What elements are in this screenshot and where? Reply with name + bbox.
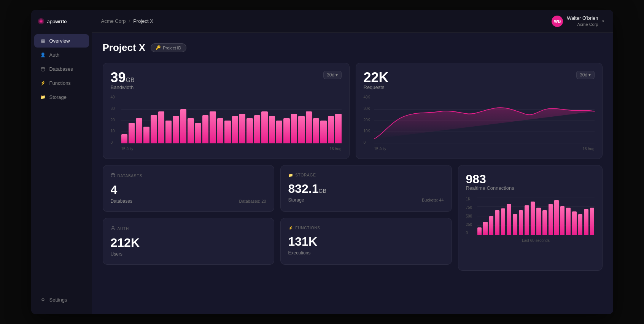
- user-info[interactable]: WB Walter O'brien Acme Corp ▾: [552, 15, 604, 27]
- realtime-y-250: 250: [466, 222, 472, 227]
- bandwidth-bars: [121, 98, 342, 143]
- storage-footer: Storage Buckets: 44: [288, 197, 444, 203]
- databases-count: 4: [111, 183, 266, 197]
- functions-section-icon: ⚡: [288, 226, 293, 230]
- auth-card-header: AUTH: [111, 226, 266, 231]
- sidebar-item-storage[interactable]: 📁 Storage: [34, 91, 89, 104]
- realtime-y-0: 0: [466, 231, 472, 235]
- auth-label: Users: [111, 251, 122, 257]
- breadcrumb-separator: /: [129, 18, 130, 24]
- auth-section-label: AUTH: [118, 227, 129, 231]
- requests-time-selector[interactable]: 30d ▾: [576, 71, 594, 79]
- sidebar-item-functions-label: Functions: [49, 80, 71, 86]
- nav-items: ▦ Overview 👤 Auth Databases ⚡ Functions: [31, 34, 92, 293]
- realtime-count: 983: [466, 173, 595, 185]
- folder-icon: 📁: [40, 95, 46, 100]
- requests-card: 22K Requests 30d ▾ 40K 30K 20K 10K 0: [356, 63, 603, 159]
- svg-point-2: [40, 21, 42, 22]
- logo-text: appwrite: [47, 19, 67, 24]
- page-header: Project X 🔑 Project ID: [103, 42, 603, 54]
- auth-card: AUTH 212K Users: [103, 218, 274, 265]
- settings-icon: ⚙: [40, 297, 46, 303]
- requests-line-svg: [374, 98, 595, 143]
- databases-extra: Databases: 20: [239, 199, 266, 203]
- project-id-label: Project ID: [163, 46, 181, 50]
- top-charts-grid: 39GB Bandwidth 30d ▾ 40 30 20 10 0: [103, 63, 603, 159]
- functions-value: 131K: [288, 235, 444, 249]
- storage-label: Storage: [288, 197, 304, 203]
- bottom-grid: DATABASES 4 Databases Databases: 20: [103, 165, 603, 271]
- requests-chart: 40K 30K 20K 10K 0: [364, 98, 595, 151]
- sidebar-item-databases[interactable]: Databases: [34, 62, 89, 76]
- key-icon: 🔑: [156, 45, 161, 50]
- sidebar-item-functions[interactable]: ⚡ Functions: [34, 76, 89, 90]
- topbar: Acme Corp / Project X WB Walter O'brien …: [92, 10, 613, 33]
- requests-dates: 15 July 16 Aug: [374, 147, 595, 151]
- requests-card-header: 22K Requests 30d ▾: [364, 71, 595, 96]
- sidebar: appwrite ▦ Overview 👤 Auth Databases: [31, 10, 92, 314]
- bar-chart-icon: ▦: [40, 38, 46, 44]
- realtime-y-labels: 1K 750 500 250 0: [466, 197, 472, 235]
- logo: appwrite: [31, 17, 92, 34]
- main-area: Acme Corp / Project X WB Walter O'brien …: [92, 10, 613, 314]
- user-org: Acme Corp: [567, 22, 598, 27]
- databases-section-label: DATABASES: [118, 174, 143, 178]
- realtime-x-label: Last 60 seconds: [477, 238, 595, 243]
- realtime-label: Realtime Connections: [466, 185, 595, 191]
- requests-label: Requests: [364, 84, 389, 90]
- functions-section-label: FUNCTIONS: [295, 226, 320, 230]
- storage-extra: Buckets: 44: [422, 198, 444, 202]
- bandwidth-dates: 15 July 16 Aug: [121, 147, 342, 151]
- appwrite-logo-icon: [37, 17, 45, 25]
- functions-label: Executions: [288, 250, 311, 256]
- functions-footer: Executions: [288, 250, 444, 256]
- realtime-y-500: 500: [466, 214, 472, 218]
- user-menu-chevron-icon[interactable]: ▾: [602, 19, 604, 23]
- storage-section-label: STORAGE: [295, 173, 316, 177]
- databases-card: DATABASES 4 Databases Databases: 20: [103, 165, 274, 212]
- bandwidth-time-selector[interactable]: 30d ▾: [323, 71, 341, 79]
- svg-point-3: [41, 67, 45, 69]
- bolt-icon: ⚡: [40, 81, 46, 86]
- breadcrumb-project: Project X: [133, 18, 153, 24]
- users-icon: 👤: [40, 52, 46, 58]
- content-area: Project X 🔑 Project ID 39GB Bandwidth: [92, 33, 613, 314]
- settings-item[interactable]: ⚙ Settings: [34, 293, 89, 307]
- svg-point-4: [111, 174, 115, 175]
- breadcrumb: Acme Corp / Project X: [101, 18, 153, 24]
- databases-section-icon: [111, 173, 115, 178]
- bandwidth-chart: 40 30 20 10 0: [111, 98, 342, 151]
- realtime-chart: 1K 750 500 250 0: [466, 197, 595, 243]
- left-bottom-col: DATABASES 4 Databases Databases: 20: [103, 165, 274, 265]
- sidebar-item-auth-label: Auth: [49, 52, 60, 58]
- settings-label: Settings: [49, 297, 67, 303]
- databases-label: Databases: [111, 199, 132, 204]
- sidebar-item-auth[interactable]: 👤 Auth: [34, 48, 89, 62]
- sidebar-item-overview[interactable]: ▦ Overview: [34, 34, 89, 48]
- storage-value: 832.1GB: [288, 182, 444, 196]
- auth-footer: Users: [111, 251, 266, 257]
- requests-value: 22K: [364, 71, 389, 84]
- auth-value: 212K: [111, 236, 266, 250]
- sidebar-item-overview-label: Overview: [49, 38, 70, 44]
- bandwidth-label: Bandwidth: [111, 84, 135, 90]
- user-name-block: Walter O'brien Acme Corp: [567, 15, 598, 27]
- breadcrumb-org: Acme Corp: [101, 18, 126, 24]
- functions-card: ⚡ FUNCTIONS 131K Executions: [280, 218, 452, 265]
- bandwidth-value: 39GB: [111, 71, 135, 84]
- realtime-bars: [477, 197, 595, 235]
- storage-card-header: 📁 STORAGE: [288, 173, 444, 177]
- page-title: Project X: [103, 42, 146, 54]
- database-icon: [40, 67, 46, 72]
- mid-bottom-col: 📁 STORAGE 832.1GB Storage Buckets: 44: [280, 165, 452, 265]
- functions-card-header: ⚡ FUNCTIONS: [288, 226, 444, 230]
- storage-section-icon: 📁: [288, 173, 293, 177]
- storage-card: 📁 STORAGE 832.1GB Storage Buckets: 44: [280, 165, 452, 212]
- project-id-badge[interactable]: 🔑 Project ID: [151, 43, 186, 52]
- avatar: WB: [552, 16, 563, 27]
- databases-footer: Databases Databases: 20: [111, 199, 266, 204]
- sidebar-item-storage-label: Storage: [49, 94, 67, 100]
- bandwidth-card: 39GB Bandwidth 30d ▾ 40 30 20 10 0: [103, 63, 350, 159]
- user-full-name: Walter O'brien: [567, 15, 598, 22]
- realtime-y-1k: 1K: [466, 197, 472, 201]
